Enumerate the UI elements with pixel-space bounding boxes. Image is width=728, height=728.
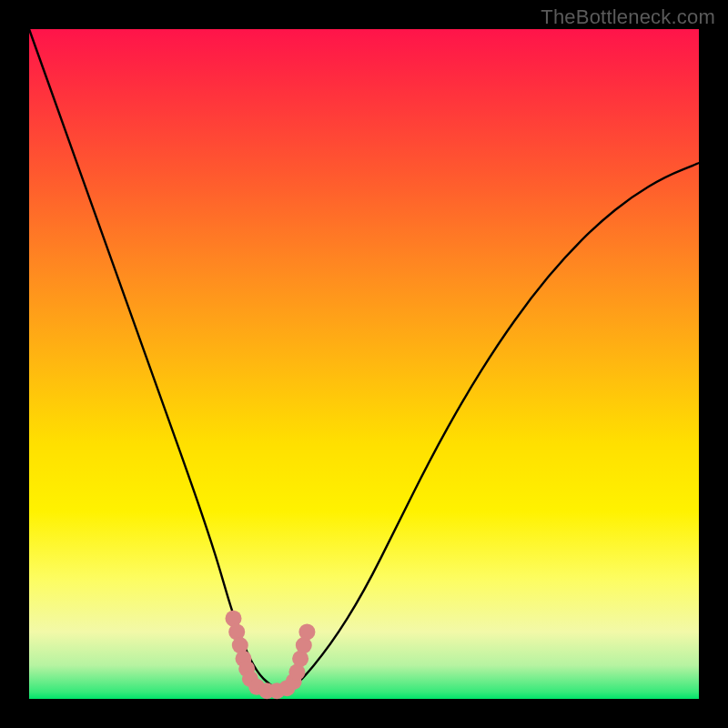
chart-plot-area (29, 29, 699, 699)
watermark-text: TheBottleneck.com (541, 5, 715, 29)
chart-frame: TheBottleneck.com (0, 0, 728, 728)
